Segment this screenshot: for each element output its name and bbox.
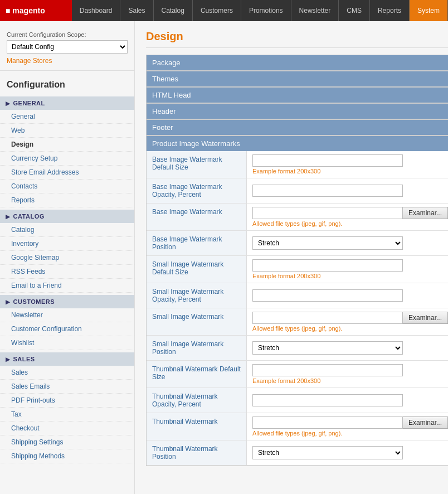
main-content: Design Package Themes HTML Head Header F…: [135, 21, 448, 494]
field-small-default-size[interactable]: [252, 259, 403, 272]
sidebar-item-reports-general[interactable]: Reports: [0, 193, 134, 207]
sidebar-item-pdf-printouts[interactable]: PDF Print-outs: [0, 394, 134, 408]
sidebar-item-store-email[interactable]: Store Email Addresses: [0, 166, 134, 180]
hint-thumb-default-size: Example format 200x300: [252, 377, 448, 384]
sidebar-item-customer-config[interactable]: Customer Configuration: [0, 322, 134, 336]
sidebar-item-shipping-methods[interactable]: Shipping Methods: [0, 449, 134, 463]
nav-catalog[interactable]: Catalog: [154, 0, 193, 21]
label-base-file: Base Image Watermark: [147, 204, 247, 230]
nav-promotions[interactable]: Promotions: [241, 0, 291, 21]
input-thumb-file: Examinar... Allowed file types (jpeg, gi…: [247, 413, 448, 440]
label-base-position: Base Image Watermark Position: [147, 231, 247, 255]
input-thumb-default-size: Example format 200x300: [247, 361, 448, 388]
sidebar-item-sales-emails[interactable]: Sales Emails: [0, 380, 134, 394]
select-base-position[interactable]: Stretch Tile Top Left Top Right Bottom L…: [252, 236, 403, 250]
field-small-opacity[interactable]: [252, 289, 403, 302]
sidebar-item-tax[interactable]: Tax: [0, 408, 134, 422]
nav-customers[interactable]: Customers: [193, 0, 241, 21]
sidebar-group-customers[interactable]: ▶ CUSTOMERS: [0, 295, 134, 308]
sidebar-item-email-friend[interactable]: Email to a Friend: [0, 279, 134, 293]
sidebar-item-google-sitemap[interactable]: Google Sitemap: [0, 251, 134, 265]
row-thumb-default-size: Thumbnail Watermark Default Size Example…: [147, 361, 448, 388]
scope-select[interactable]: Default Config: [7, 40, 128, 54]
input-thumb-opacity: [247, 388, 448, 413]
sidebar-item-newsletter[interactable]: Newsletter: [0, 308, 134, 322]
file-text-small[interactable]: [252, 312, 403, 324]
arrow-icon-customers: ▶: [6, 299, 11, 305]
label-base-opacity: Base Image Watermark Opacity, Percent: [147, 178, 247, 203]
nav-dashboard[interactable]: Dashboard: [72, 0, 121, 21]
sidebar-item-design[interactable]: Design: [0, 138, 134, 152]
input-small-opacity: [247, 283, 448, 308]
section-header-header[interactable]: Header: [147, 104, 448, 119]
row-thumb-opacity: Thumbnail Watermark Opacity, Percent: [147, 388, 448, 413]
sidebar-item-general[interactable]: General: [0, 110, 134, 124]
field-base-opacity[interactable]: [252, 185, 403, 197]
file-text-thumb[interactable]: [252, 416, 403, 429]
sidebar-item-rss-feeds[interactable]: RSS Feeds: [0, 265, 134, 279]
field-thumb-default-size[interactable]: [252, 364, 403, 376]
section-header-html-head[interactable]: HTML Head: [147, 88, 448, 103]
field-thumb-opacity[interactable]: [252, 394, 403, 406]
file-text-base[interactable]: [252, 207, 403, 219]
sidebar-group-general[interactable]: ▶ GENERAL: [0, 96, 134, 110]
group-label-catalog: CATALOG: [13, 213, 45, 220]
sidebar-item-contacts[interactable]: Contacts: [0, 180, 134, 193]
row-base-opacity: Base Image Watermark Opacity, Percent: [147, 178, 448, 204]
page-title: Design: [146, 30, 448, 48]
nav-sales[interactable]: Sales: [120, 0, 153, 21]
examinar-btn-base[interactable]: Examinar...: [403, 207, 448, 219]
sidebar-item-sales[interactable]: Sales: [0, 366, 134, 380]
select-thumb-position[interactable]: Stretch Tile Top Left Top Right Bottom L…: [252, 446, 403, 459]
arrow-icon-sales: ▶: [6, 356, 11, 362]
row-base-default-size: Base Image Watermark Default Size Exampl…: [147, 151, 448, 178]
input-base-default-size: Example format 200x300: [247, 151, 448, 178]
label-thumb-opacity: Thumbnail Watermark Opacity, Percent: [147, 388, 247, 413]
input-small-position: Stretch Tile Top Left Top Right Bottom L…: [247, 336, 448, 360]
section-header-watermarks[interactable]: Product Image Watermarks: [147, 136, 448, 151]
label-small-file: Small Image Watermark: [147, 308, 247, 335]
input-thumb-position: Stretch Tile Top Left Top Right Bottom L…: [247, 440, 448, 465]
nav-newsletter[interactable]: Newsletter: [291, 0, 339, 21]
examinar-btn-small[interactable]: Examinar...: [403, 312, 448, 324]
logo: ■ magento: [0, 0, 72, 21]
row-small-position: Small Image Watermark Position Stretch T…: [147, 336, 448, 361]
sidebar-group-catalog[interactable]: ▶ CATALOG: [0, 210, 134, 223]
nav-cms[interactable]: CMS: [339, 0, 370, 21]
arrow-icon: ▶: [6, 100, 11, 106]
sidebar-item-wishlist[interactable]: Wishlist: [0, 336, 134, 350]
label-small-default-size: Small Image Watermark Default Size: [147, 256, 247, 283]
sidebar: Current Configuration Scope: Default Con…: [0, 21, 135, 494]
hint-base-default-size: Example format 200x300: [252, 168, 448, 175]
sidebar-item-currency-setup[interactable]: Currency Setup: [0, 152, 134, 166]
section-header-package[interactable]: Package: [147, 55, 448, 70]
field-base-default-size[interactable]: [252, 154, 403, 167]
file-input-row-small: Examinar...: [252, 312, 448, 324]
section-header-themes[interactable]: Themes: [147, 71, 448, 86]
group-label-customers: CUSTOMERS: [13, 298, 55, 305]
sidebar-group-sales[interactable]: ▶ SALES: [0, 352, 134, 366]
section-html-head: HTML Head: [146, 87, 448, 103]
label-thumb-default-size: Thumbnail Watermark Default Size: [147, 361, 247, 388]
select-small-position[interactable]: Stretch Tile Top Left Top Right Bottom L…: [252, 341, 403, 355]
sidebar-item-checkout[interactable]: Checkout: [0, 422, 134, 435]
nav-reports[interactable]: Reports: [370, 0, 410, 21]
section-themes: Themes: [146, 71, 448, 87]
label-thumb-position: Thumbnail Watermark Position: [147, 440, 247, 465]
section-package: Package: [146, 55, 448, 71]
file-input-row-thumb: Examinar...: [252, 416, 448, 429]
sidebar-item-catalog[interactable]: Catalog: [0, 223, 134, 237]
examinar-btn-thumb[interactable]: Examinar...: [403, 416, 448, 429]
manage-stores-link[interactable]: Manage Stores: [7, 57, 128, 65]
nav-items: Dashboard Sales Catalog Customers Promot…: [72, 0, 448, 21]
row-small-file: Small Image Watermark Examinar... Allowe…: [147, 308, 448, 336]
section-header-footer[interactable]: Footer: [147, 120, 448, 135]
sidebar-item-shipping-settings[interactable]: Shipping Settings: [0, 435, 134, 449]
nav-system[interactable]: System: [410, 0, 448, 21]
sidebar-item-inventory[interactable]: Inventory: [0, 237, 134, 251]
input-small-default-size: Example format 200x300: [247, 256, 448, 283]
arrow-icon-catalog: ▶: [6, 214, 11, 220]
sidebar-item-web[interactable]: Web: [0, 124, 134, 138]
label-thumb-file: Thumbnail Watermark: [147, 413, 247, 440]
label-small-opacity: Small Image Watermark Opacity, Percent: [147, 283, 247, 308]
